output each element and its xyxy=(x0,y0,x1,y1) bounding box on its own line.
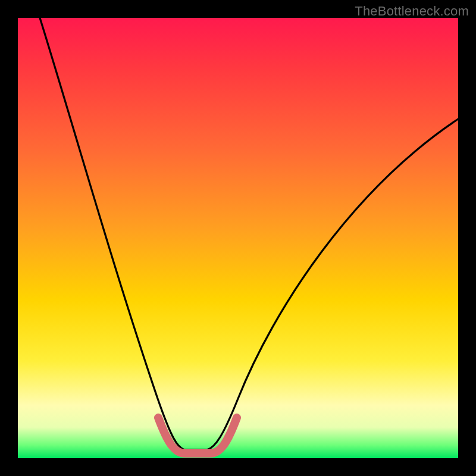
watermark-text: TheBottleneck.com xyxy=(355,4,469,19)
optimal-bracket xyxy=(158,418,237,453)
plot-area xyxy=(18,18,458,458)
curve-layer xyxy=(18,18,458,458)
bottleneck-curve xyxy=(40,18,458,450)
chart-frame: TheBottleneck.com xyxy=(0,0,476,476)
